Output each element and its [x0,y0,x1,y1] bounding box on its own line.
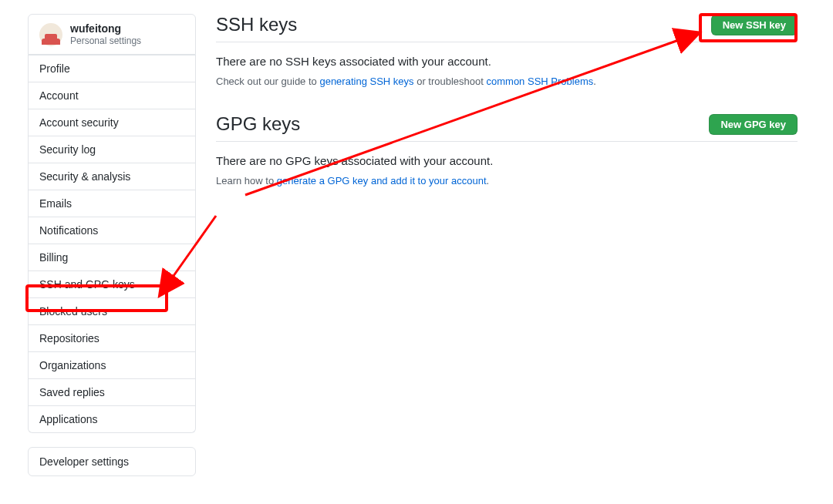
sidebar-item-account[interactable]: Account [29,82,195,109]
sidebar-item-label: Billing [39,251,68,264]
gpg-hint: Learn how to generate a GPG key and add … [216,175,798,186]
sidebar-item-ssh-gpg-keys[interactable]: SSH and GPG keys [29,270,195,297]
sidebar-user-header: wufeitong Personal settings [28,14,196,55]
sidebar-item-label: Account security [39,116,119,129]
main-content: SSH keys New SSH key There are no SSH ke… [196,14,805,476]
sidebar-item-label: SSH and GPG keys [39,278,135,291]
gpg-hint-pre: Learn how to [216,175,277,186]
sidebar-item-saved-replies[interactable]: Saved replies [29,378,195,405]
sidebar-item-emails[interactable]: Emails [29,190,195,217]
settings-nav: Profile Account Account security Securit… [28,55,196,433]
sidebar-item-developer-settings[interactable]: Developer settings [29,448,195,475]
ssh-section-head: SSH keys New SSH key [216,14,798,42]
ssh-heading: SSH keys [216,14,297,35]
avatar [39,23,62,46]
common-ssh-problems-link[interactable]: common SSH Problems [487,76,594,87]
gpg-keys-section: GPG keys New GPG key There are no GPG ke… [216,113,798,186]
sidebar-item-label: Blocked users [39,305,107,318]
sidebar-item-label: Saved replies [39,386,105,398]
ssh-hint: Check out our guide to generating SSH ke… [216,76,798,87]
sidebar-item-label: Applications [39,413,98,425]
sidebar-subtitle: Personal settings [70,35,141,46]
sidebar-item-label: Security log [39,143,96,156]
sidebar-item-label: Developer settings [39,455,129,468]
sidebar-item-security-analysis[interactable]: Security & analysis [29,163,195,190]
sidebar-item-blocked-users[interactable]: Blocked users [29,297,195,324]
gpg-hint-post: . [487,175,490,186]
ssh-keys-section: SSH keys New SSH key There are no SSH ke… [216,14,798,87]
gpg-empty-text: There are no GPG keys associated with yo… [216,154,798,167]
new-ssh-key-button[interactable]: New SSH key [711,15,798,35]
sidebar-item-account-security[interactable]: Account security [29,109,195,136]
settings-sidebar: wufeitong Personal settings Profile Acco… [28,14,196,476]
developer-settings-nav: Developer settings [28,447,196,476]
gpg-heading: GPG keys [216,113,300,135]
sidebar-item-label: Notifications [39,224,98,237]
sidebar-item-label: Emails [39,197,72,210]
new-gpg-key-button[interactable]: New GPG key [709,114,798,135]
sidebar-item-billing[interactable]: Billing [29,244,195,270]
sidebar-item-repositories[interactable]: Repositories [29,324,195,351]
sidebar-item-notifications[interactable]: Notifications [29,217,195,244]
ssh-hint-post: . [593,76,596,87]
gpg-section-head: GPG keys New GPG key [216,113,798,142]
sidebar-item-profile[interactable]: Profile [29,55,195,82]
sidebar-item-label: Repositories [39,332,99,344]
sidebar-item-label: Security & analysis [39,170,130,183]
generate-gpg-key-link[interactable]: generate a GPG key and add it to your ac… [277,175,487,186]
sidebar-item-label: Profile [39,62,70,75]
ssh-empty-text: There are no SSH keys associated with yo… [216,55,798,68]
generating-ssh-keys-link[interactable]: generating SSH keys [319,76,413,87]
sidebar-item-security-log[interactable]: Security log [29,136,195,163]
sidebar-item-applications[interactable]: Applications [29,405,195,432]
sidebar-item-label: Account [39,89,79,102]
sidebar-item-organizations[interactable]: Organizations [29,351,195,378]
ssh-hint-pre: Check out our guide to [216,76,319,87]
sidebar-username: wufeitong [70,22,141,35]
ssh-hint-mid: or troubleshoot [414,76,487,87]
sidebar-item-label: Organizations [39,359,106,371]
